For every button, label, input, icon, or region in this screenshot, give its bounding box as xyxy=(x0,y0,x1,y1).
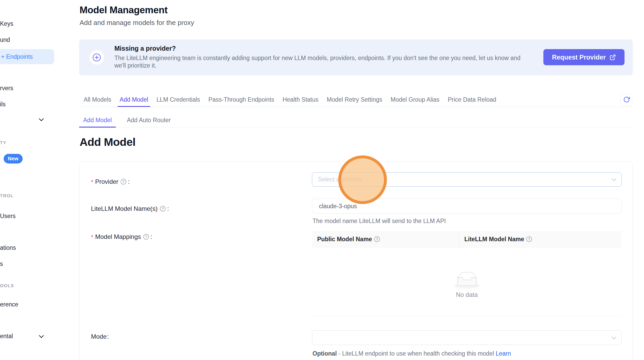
help-icon[interactable]: ? xyxy=(121,179,126,185)
request-provider-button[interactable]: Request Provider xyxy=(543,49,625,65)
chevron-down-icon xyxy=(612,335,616,339)
sidebar-item-internal-users[interactable]: Users xyxy=(0,213,16,220)
sidebar-item-virtual-keys[interactable]: Keys xyxy=(0,20,13,27)
add-model-heading: Add Model xyxy=(80,136,135,148)
tab-llm-credentials[interactable]: LLM Credentials xyxy=(156,93,200,107)
model-name-helper: The model name LiteLLM will send to the … xyxy=(313,218,446,225)
required-marker: * xyxy=(91,179,93,186)
request-provider-label: Request Provider xyxy=(552,54,606,61)
provider-select[interactable]: Select a provider xyxy=(312,172,622,187)
sidebar-item-models-endpoints[interactable]: + Endpoints xyxy=(0,49,54,64)
model-name-input[interactable]: claude-3-opus xyxy=(312,199,622,214)
sidebar-item-playground[interactable]: und xyxy=(0,36,10,43)
sidebar-item-api-reference[interactable]: erence xyxy=(0,301,18,308)
learn-more-link[interactable]: Learn xyxy=(496,350,511,357)
tab-price-data-reload[interactable]: Price Data Reload xyxy=(447,93,497,107)
banner-body-line2: we'll prioritize it. xyxy=(114,62,551,69)
page-title: Model Management xyxy=(80,5,168,16)
app-window: Keys und + Endpoints rvers ils TY New TR… xyxy=(0,0,644,360)
refresh-icon xyxy=(623,96,630,103)
sidebar-item-experimental[interactable]: ental xyxy=(0,333,13,340)
external-link-icon xyxy=(609,54,616,61)
chevron-down-icon[interactable] xyxy=(40,117,43,121)
sidebar-item-guardrails[interactable]: ils xyxy=(0,101,6,108)
tab-model-group-alias[interactable]: Model Group Alias xyxy=(390,93,440,107)
page-subtitle: Add and manage models for the proxy xyxy=(80,19,194,27)
sidebar: Keys und + Endpoints rvers ils TY New TR… xyxy=(0,0,55,360)
column-public-model-name: Public Model Name ? xyxy=(312,231,459,247)
sidebar-item-organizations[interactable]: ations xyxy=(0,244,16,251)
banner-body: The LiteLLM engineering team is constant… xyxy=(114,54,551,69)
column-litellm-model-name: LiteLLM Model Name ? xyxy=(459,236,533,243)
missing-provider-banner: Missing a provider? The LiteLLM engineer… xyxy=(79,40,633,75)
provider-label: * Provider ? : xyxy=(91,178,130,185)
help-icon[interactable]: ? xyxy=(374,236,380,242)
plus-circle-icon xyxy=(89,50,104,65)
model-name-label: LiteLLM Model Name(s) ? : xyxy=(91,205,169,212)
subtab-add-model[interactable]: Add Model xyxy=(79,113,116,127)
required-marker: * xyxy=(91,234,93,241)
sidebar-section-access-control: TROL xyxy=(0,193,14,199)
model-name-value: claude-3-opus xyxy=(319,203,357,210)
provider-placeholder: Select a provider xyxy=(318,176,363,183)
sidebar-item-teams[interactable]: s xyxy=(0,260,3,267)
refresh-button[interactable] xyxy=(620,93,633,106)
banner-title: Missing a provider? xyxy=(114,45,176,52)
sidebar-section-observability: TY xyxy=(0,140,6,146)
subtab-add-auto-router[interactable]: Add Auto Router xyxy=(123,113,175,127)
tab-model-retry-settings[interactable]: Model Retry Settings xyxy=(326,93,383,107)
help-icon[interactable]: ? xyxy=(143,234,149,240)
banner-body-line1: The LiteLLM engineering team is constant… xyxy=(114,54,551,62)
tab-health-status[interactable]: Health Status xyxy=(282,93,319,107)
chevron-down-icon[interactable] xyxy=(40,334,43,337)
mappings-table-header: Public Model Name ? LiteLLM Model Name ? xyxy=(312,231,622,247)
add-model-subtabs: Add Model Add Auto Router xyxy=(79,113,633,127)
mode-label: Mode : xyxy=(91,333,109,340)
mappings-table-empty-state: No data xyxy=(312,247,622,316)
sidebar-item-label: + Endpoints xyxy=(1,53,33,60)
model-mappings-label: * Model Mappings ? : xyxy=(91,233,152,240)
empty-box-icon xyxy=(454,272,480,289)
no-data-text: No data xyxy=(456,291,478,298)
tab-pass-through-endpoints[interactable]: Pass-Through Endpoints xyxy=(208,93,275,107)
mode-select[interactable] xyxy=(312,330,622,345)
sidebar-item-mcp-servers[interactable]: rvers xyxy=(0,85,13,92)
mode-helper: Optional - LiteLLM endpoint to use when … xyxy=(313,350,511,357)
help-icon[interactable]: ? xyxy=(160,206,166,212)
add-model-form-card: * Provider ? : Select a provider LiteLLM… xyxy=(79,161,633,360)
model-management-tabs: All Models Add Model LLM Credentials Pas… xyxy=(79,93,633,107)
tab-all-models[interactable]: All Models xyxy=(83,93,112,107)
new-badge: New xyxy=(4,154,23,163)
tab-add-model[interactable]: Add Model xyxy=(119,93,149,107)
help-icon[interactable]: ? xyxy=(526,236,532,242)
sidebar-section-tools: OOLS xyxy=(0,283,14,289)
chevron-down-icon xyxy=(612,176,616,181)
